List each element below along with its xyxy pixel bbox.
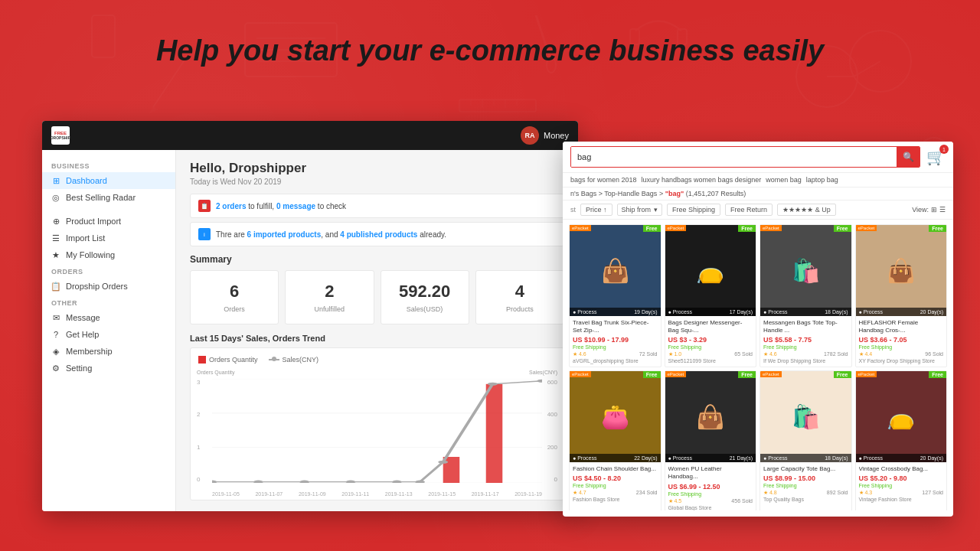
sidebar-label-orders: Dropship Orders (66, 282, 128, 291)
svg-point-37 (537, 380, 542, 383)
summary-products-value: 4 (482, 282, 557, 302)
sidebar-label-product-import: Product Import (66, 217, 121, 226)
product-grid: 👜 ePacket Free ● Process 19 Day(s) Trave… (563, 220, 953, 510)
product-title: Travel Bag Trunk Six-Piece-Set Zip-... (573, 319, 658, 335)
product-card[interactable]: 👝 ePacket Free ● Process 20 Day(s) Vinta… (855, 370, 948, 510)
product-card[interactable]: 👜 ePacket Free ● Process 21 Day(s) Women… (665, 370, 757, 510)
epacket-tag: ePacket (570, 371, 591, 377)
free-tag: Free (834, 371, 851, 378)
sidebar-item-import-list[interactable]: ☰ Import List (42, 230, 175, 246)
product-sold: 127 Sold (922, 490, 943, 496)
process-tag: ● Process 20 Day(s) (856, 308, 947, 316)
product-meta: ★ 4.7 234 Sold (573, 490, 658, 496)
product-info: HEFLASHOR Female Handbag Cros-... US $3.… (856, 316, 947, 367)
product-shipping: Free Shipping (859, 483, 944, 488)
product-title: Bags Designer Messenger-Bag Squ-... (668, 319, 753, 335)
filter-free-shipping[interactable]: Free Shipping (667, 204, 720, 216)
product-rating: ★ 4.4 (859, 351, 873, 357)
filter-free-return[interactable]: Free Return (725, 204, 773, 216)
tag-1[interactable]: bags for women 2018 (570, 176, 637, 184)
product-card[interactable]: 🛍️ ePacket Free ● Process 18 Day(s) Mess… (760, 224, 852, 367)
search-bar: 🔍 (570, 146, 920, 168)
product-image: 👝 ePacket Free ● Process 17 Day(s) (665, 225, 756, 316)
svg-point-31 (299, 481, 309, 483)
product-info: Women PU Leather Handbag... US $6.99 - 1… (665, 462, 756, 510)
sidebar-item-setting[interactable]: ⚙ Setting (42, 360, 175, 377)
summary-card-sales: 592.20 Sales(USD) (381, 270, 469, 324)
process-tag: ● Process 22 Day(s) (570, 454, 661, 462)
sidebar-item-help[interactable]: ? Get Help (42, 326, 175, 343)
product-price: US $5.20 - 9.80 (859, 474, 944, 482)
product-rating: ★ 4.6 (573, 351, 586, 357)
tag-4[interactable]: laptop bag (806, 176, 838, 184)
product-card[interactable]: 👜 ePacket Free ● Process 20 Day(s) HEFLA… (855, 224, 948, 367)
product-image: 👝 ePacket Free ● Process 20 Day(s) (856, 371, 947, 462)
sidebar-item-radar[interactable]: ◎ Best Selling Radar (42, 189, 175, 206)
product-price: US $3 - 3.29 (668, 336, 753, 344)
list-view-btn[interactable]: ☰ (939, 206, 946, 214)
svg-point-30 (253, 481, 263, 483)
legend-orders: Orders Quantity (198, 356, 258, 364)
sidebar-item-product-import[interactable]: ⊕ Product Import (42, 213, 175, 230)
product-price: US $6.99 - 12.50 (668, 483, 753, 491)
cart-badge: 1 (939, 145, 949, 154)
summary-card-products: 4 Products (475, 270, 564, 324)
filter-ship-from[interactable]: Ship from ▾ (617, 204, 663, 216)
product-store: aVGRL_dropshipping Store (573, 358, 658, 364)
svg-point-32 (346, 481, 356, 483)
summary-card-orders: 6 Orders (190, 270, 279, 324)
search-input[interactable] (571, 147, 897, 167)
msg-count: 0 message (276, 202, 315, 210)
product-card[interactable]: 👛 ePacket Free ● Process 22 Day(s) Fashi… (569, 370, 662, 510)
y-labels-left: 3210 (197, 379, 200, 483)
help-icon: ? (51, 330, 60, 339)
product-title: HEFLASHOR Female Handbag Cros-... (859, 319, 944, 335)
chart-svg-container (212, 379, 542, 483)
tag-3[interactable]: women bag (766, 176, 802, 184)
logo-icon: FREE DROPSHIP (51, 126, 70, 145)
section-label-other: OTHER (42, 295, 175, 309)
epacket-tag: ePacket (760, 371, 782, 377)
process-tag: ● Process 20 Day(s) (856, 454, 947, 462)
main-heading: Help you start your e-commerce business … (156, 34, 824, 67)
summary-unfulfilled-value: 2 (292, 282, 367, 302)
filter-price[interactable]: Price ↑ (580, 204, 612, 216)
svg-rect-27 (486, 384, 503, 483)
summary-card-unfulfilled: 2 Unfulfilled (285, 270, 374, 324)
logo-area: FREE DROPSHIP (51, 126, 70, 145)
process-tag: ● Process 17 Day(s) (665, 308, 756, 316)
y-labels-right: 6004002000 (547, 379, 557, 483)
orders-count: 2 orders (216, 202, 246, 210)
grid-icon: ⊞ (51, 176, 60, 185)
legend-red-box (198, 356, 206, 364)
product-meta: ★ 4.8 892 Sold (763, 490, 848, 496)
sidebar-item-message[interactable]: ✉ Message (42, 309, 175, 326)
sidebar-item-dashboard[interactable]: ⊞ Dashboard (42, 172, 175, 189)
summary-title: Summary (190, 254, 564, 265)
cart-area[interactable]: 🛒 1 (926, 148, 946, 166)
product-card[interactable]: 🛍️ ePacket Free ● Process 18 Day(s) Larg… (760, 370, 852, 510)
product-image: 👜 ePacket Free ● Process 20 Day(s) (856, 225, 947, 316)
product-info: Vintage Crossbody Bag... US $5.20 - 9.80… (856, 462, 947, 505)
grid-view-btn[interactable]: ⊞ (931, 206, 937, 214)
sidebar-item-orders[interactable]: 📋 Dropship Orders (42, 278, 175, 295)
product-image: 👜 ePacket Free ● Process 19 Day(s) (570, 225, 661, 316)
search-button[interactable]: 🔍 (897, 147, 920, 167)
import-icon: ⊕ (51, 217, 60, 226)
product-title: Large Capacity Tote Bag... (763, 465, 848, 473)
product-shipping: Free Shipping (573, 344, 658, 350)
svg-line-13 (153, 61, 184, 107)
filter-stars[interactable]: ★★★★★ & Up (777, 204, 836, 216)
sidebar-item-following[interactable]: ★ My Following (42, 246, 175, 263)
svg-line-7 (854, 61, 880, 77)
dash-body: BUSINESS ⊞ Dashboard ◎ Best Selling Rada… (42, 150, 578, 511)
notice-products: i Thre are 6 imported products, and 4 pu… (190, 222, 564, 246)
product-rating: ★ 4.8 (763, 490, 777, 496)
chart-title: Last 15 Days' Sales, Orders Trend (190, 334, 564, 343)
sidebar-item-membership[interactable]: ◈ Membership (42, 343, 175, 360)
tag-2[interactable]: luxury handbags women bags designer (642, 176, 762, 184)
product-card[interactable]: 👝 ePacket Free ● Process 17 Day(s) Bags … (665, 224, 757, 367)
product-info: Large Capacity Tote Bag... US $8.99 - 15… (760, 462, 851, 505)
product-card[interactable]: 👜 ePacket Free ● Process 19 Day(s) Trave… (569, 224, 662, 367)
product-rating: ★ 4.5 (668, 498, 682, 504)
